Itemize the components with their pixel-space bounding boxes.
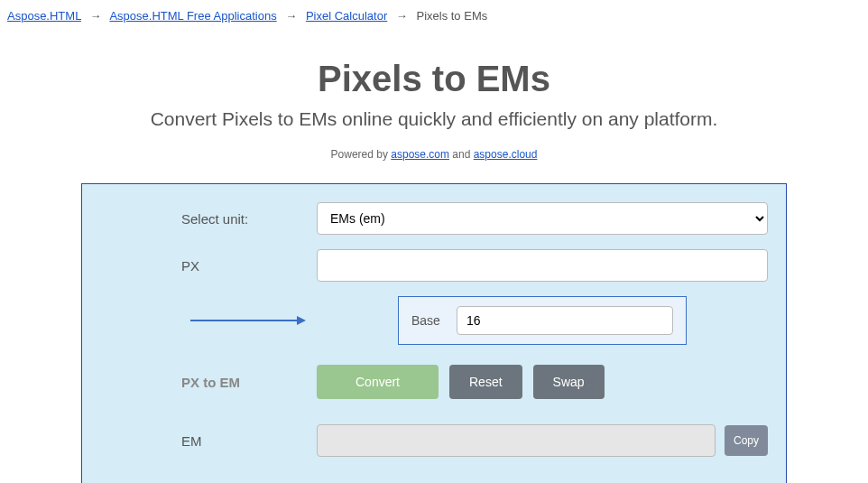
breadcrumb-link-pixel-calculator[interactable]: Pixel Calculator — [306, 9, 387, 23]
breadcrumb-current: Pixels to EMs — [416, 9, 487, 23]
breadcrumb-sep: → — [396, 9, 408, 23]
px-input[interactable] — [317, 249, 768, 282]
page-title: Pixels to EMs — [0, 59, 868, 99]
breadcrumb-sep: → — [285, 9, 297, 23]
powered-and: and — [449, 148, 474, 161]
powered-by: Powered by aspose.com and aspose.cloud — [0, 148, 868, 161]
copy-button[interactable]: Copy — [725, 425, 768, 456]
reset-button[interactable]: Reset — [449, 365, 522, 399]
svg-marker-1 — [297, 316, 306, 325]
converter-panel: Select unit: EMs (em) PX Base PX to EM — [81, 183, 787, 483]
base-label: Base — [411, 313, 440, 328]
em-output — [317, 424, 716, 457]
unit-select[interactable]: EMs (em) — [317, 202, 768, 235]
arrow-icon — [190, 311, 308, 330]
breadcrumb-sep: → — [90, 9, 102, 23]
breadcrumb-link-aspose-html[interactable]: Aspose.HTML — [7, 9, 81, 23]
powered-link-aspose-cloud[interactable]: aspose.cloud — [474, 148, 538, 161]
swap-button[interactable]: Swap — [533, 365, 605, 399]
powered-prefix: Powered by — [331, 148, 392, 161]
em-label: EM — [100, 433, 317, 449]
base-input[interactable] — [457, 306, 673, 335]
base-box: Base — [398, 296, 687, 345]
breadcrumb-link-free-apps[interactable]: Aspose.HTML Free Applications — [109, 9, 276, 23]
select-unit-label: Select unit: — [100, 211, 317, 227]
page-subtitle: Convert Pixels to EMs online quickly and… — [0, 108, 868, 130]
convert-button[interactable]: Convert — [317, 365, 439, 399]
breadcrumb: Aspose.HTML → Aspose.HTML Free Applicati… — [0, 0, 868, 32]
direction-label: PX to EM — [100, 375, 317, 390]
powered-link-aspose-com[interactable]: aspose.com — [391, 148, 449, 161]
px-label: PX — [100, 258, 317, 274]
